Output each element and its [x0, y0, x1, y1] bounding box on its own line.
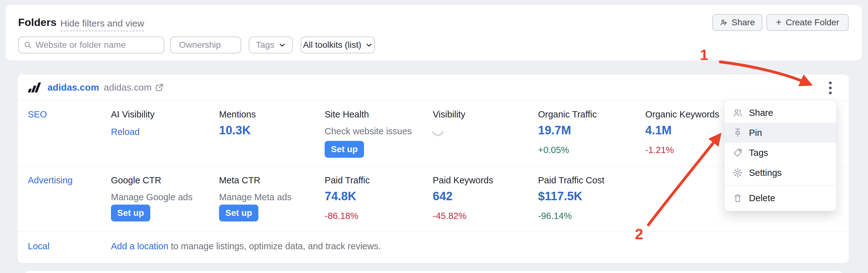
- kebab-menu-button[interactable]: [824, 80, 836, 96]
- paid-traffic-label: Paid Traffic: [324, 175, 370, 186]
- menu-item-tags-label: Tags: [749, 148, 768, 158]
- organic-keywords-delta: -1.21%: [645, 145, 674, 155]
- organic-keywords-value: 4.1M: [645, 124, 672, 137]
- organic-traffic-label: Organic Traffic: [538, 109, 597, 120]
- gear-icon: [733, 168, 743, 178]
- menu-item-settings[interactable]: Settings: [724, 163, 836, 183]
- chevron-down-icon: [366, 41, 372, 49]
- paid-keywords-label: Paid Keywords: [433, 175, 493, 186]
- menu-divider: [724, 185, 836, 186]
- paid-traffic-value: 74.8K: [324, 190, 356, 203]
- site-title-link[interactable]: adidas.com: [48, 82, 99, 93]
- visibility-loading-spinner: [431, 127, 445, 138]
- add-location-link[interactable]: Add a location: [111, 241, 168, 251]
- share-button[interactable]: Share: [712, 14, 763, 31]
- share-button-label: Share: [732, 18, 755, 28]
- search-icon: [24, 40, 32, 49]
- external-link-icon: [155, 83, 164, 92]
- header-panel: Folders Hide filters and view Ownership …: [6, 5, 862, 60]
- menu-item-tags[interactable]: Tags: [724, 143, 836, 163]
- organic-traffic-value: 19.7M: [538, 124, 571, 137]
- site-domain-text: adidas.com: [104, 82, 152, 93]
- paid-traffic-cost-delta: -96.14%: [538, 211, 572, 221]
- advertising-section-link[interactable]: Advertising: [28, 175, 72, 186]
- site-domain-link[interactable]: adidas.com: [104, 82, 164, 93]
- menu-item-pin[interactable]: Pin: [724, 123, 836, 143]
- chevron-down-icon: [225, 41, 232, 49]
- menu-item-delete-label: Delete: [749, 193, 775, 203]
- ownership-filter-label: Ownership: [179, 40, 221, 50]
- folder-card-header: adidas.com adidas.com: [18, 74, 849, 100]
- divider: [18, 231, 849, 232]
- next-folder-card-edge: [24, 271, 843, 273]
- chevron-down-icon: [279, 41, 286, 49]
- search-input[interactable]: [36, 40, 159, 50]
- folders-page: Folders Hide filters and view Ownership …: [0, 0, 868, 273]
- paid-keywords-delta: -45.82%: [433, 211, 466, 221]
- organic-traffic-delta: +0.05%: [538, 145, 569, 155]
- local-sentence-text: to manage listings, optimize data, and t…: [171, 241, 381, 251]
- person-plus-icon: [720, 18, 727, 27]
- paid-traffic-cost-value: $117.5K: [538, 190, 582, 203]
- meta-ctr-hint: Manage Meta ads: [219, 192, 291, 203]
- create-folder-label: Create Folder: [786, 18, 839, 28]
- organic-keywords-label: Organic Keywords: [645, 109, 719, 120]
- folder-context-menu: Share Pin Tags Settin: [724, 100, 836, 211]
- google-ctr-hint: Manage Google ads: [111, 192, 192, 203]
- search-box[interactable]: [18, 36, 164, 53]
- mentions-label: Mentions: [219, 109, 256, 120]
- site-health-hint: Check website issues: [324, 126, 412, 136]
- visibility-label: Visibility: [433, 109, 465, 120]
- adidas-logo-icon: [28, 82, 43, 93]
- toolkits-filter[interactable]: All toolkits (list): [301, 36, 375, 53]
- local-sentence: Add a locationto manage listings, optimi…: [111, 241, 381, 251]
- hide-filters-link[interactable]: Hide filters and view: [60, 18, 144, 31]
- google-ctr-label: Google CTR: [111, 175, 161, 186]
- tag-icon: [733, 148, 743, 158]
- menu-item-share[interactable]: Share: [724, 103, 836, 123]
- page-title: Folders: [18, 16, 57, 28]
- google-ctr-setup-button[interactable]: Set up: [111, 205, 150, 221]
- tags-filter[interactable]: Tags: [249, 36, 293, 53]
- menu-item-settings-label: Settings: [749, 168, 782, 178]
- site-health-label: Site Health: [324, 109, 369, 120]
- divider: [18, 100, 849, 101]
- ai-visibility-reload-link[interactable]: Reload: [111, 127, 140, 137]
- menu-item-delete[interactable]: Delete: [724, 188, 836, 208]
- meta-ctr-label: Meta CTR: [219, 175, 260, 186]
- local-section-link[interactable]: Local: [28, 241, 50, 251]
- toolkits-filter-label: All toolkits (list): [303, 40, 362, 50]
- paid-traffic-delta: -86.18%: [324, 211, 359, 221]
- trash-icon: [733, 193, 743, 203]
- site-health-setup-button[interactable]: Set up: [324, 141, 364, 158]
- pin-icon: [733, 128, 743, 138]
- ownership-filter[interactable]: Ownership: [170, 36, 241, 53]
- paid-keywords-value: 642: [433, 190, 453, 203]
- menu-item-pin-label: Pin: [749, 128, 762, 138]
- seo-section-link[interactable]: SEO: [28, 109, 47, 120]
- tags-filter-label: Tags: [256, 40, 274, 50]
- people-icon: [733, 108, 743, 118]
- create-folder-button[interactable]: + Create Folder: [767, 14, 849, 31]
- meta-ctr-setup-button[interactable]: Set up: [219, 205, 258, 221]
- plus-icon: +: [776, 17, 782, 27]
- ai-visibility-label: AI Visibility: [111, 109, 155, 120]
- mentions-value: 10.3K: [219, 124, 251, 137]
- paid-traffic-cost-label: Paid Traffic Cost: [538, 175, 604, 186]
- menu-item-share-label: Share: [749, 108, 773, 118]
